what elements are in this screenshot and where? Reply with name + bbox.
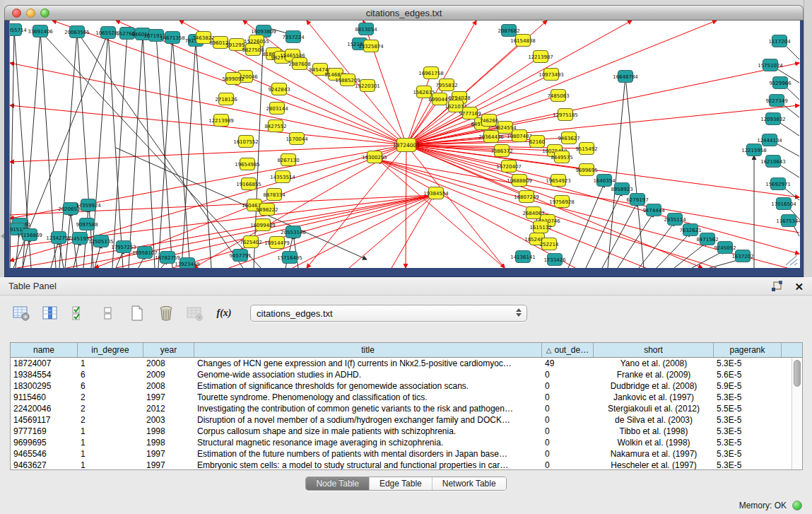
citation-edge-red[interactable]	[10, 145, 406, 162]
hub-node[interactable]: 18724007	[393, 139, 420, 152]
table-row[interactable]: 911546021997Tourette syndrome. Phenomeno…	[11, 392, 792, 403]
column-header-year[interactable]: year	[143, 343, 194, 357]
citation-edge-black[interactable]	[129, 34, 143, 268]
graph-node[interactable]: 17016504	[771, 198, 796, 210]
table-chooser-select[interactable]: citations_edges.txt	[250, 305, 527, 322]
float-panel-icon[interactable]	[771, 281, 783, 292]
graph-node[interactable]: 2935114	[664, 214, 686, 226]
network-canvas[interactable]: 1805571433691406200635651065528715276026…	[10, 21, 800, 268]
graph-node[interactable]: 252214	[540, 238, 559, 250]
graph-node[interactable]: 8813054	[355, 23, 377, 35]
rows-button[interactable]	[98, 304, 118, 322]
table-row[interactable]: 1456911722003Disruption of a novel membe…	[11, 414, 792, 426]
graph-node[interactable]: 19654985	[235, 158, 260, 170]
graph-node[interactable]: 12093832	[760, 113, 786, 125]
graph-node[interactable]: 7955812	[435, 79, 457, 91]
graph-node[interactable]: 62160	[529, 136, 545, 148]
graph-node[interactable]: 33691406	[28, 25, 53, 37]
tab-network-table[interactable]: Network Table	[433, 477, 506, 490]
graph-node[interactable]: 18055714	[10, 24, 27, 36]
graph-node[interactable]: 8958923	[611, 183, 632, 195]
graph-node[interactable]: 12444134	[757, 134, 782, 146]
graph-node[interactable]: 1117204	[768, 35, 791, 47]
table-row[interactable]: 946554611997Estimation of the future num…	[11, 448, 792, 460]
column-check-button[interactable]	[69, 304, 89, 322]
window-titlebar[interactable]: citations_edges.txt	[4, 5, 804, 21]
citation-edge-black[interactable]	[143, 34, 155, 268]
graph-node[interactable]: 16961758	[418, 67, 444, 79]
graph-node[interactable]: 9515492	[575, 143, 597, 155]
citation-edge-black[interactable]	[172, 37, 190, 268]
graph-node[interactable]: 15751074	[758, 59, 783, 71]
tab-edge-table[interactable]: Edge Table	[370, 477, 433, 490]
graph-node[interactable]: 16099489	[250, 219, 276, 231]
citation-edge-red[interactable]	[194, 145, 406, 268]
graph-node[interactable]: 20063565	[64, 26, 90, 38]
graph-node[interactable]: 9474444	[642, 204, 665, 216]
table-mode-button[interactable]	[11, 304, 31, 322]
citation-edge-black[interactable]	[674, 242, 707, 268]
table-row[interactable]: 1938455462009Genome-wide association stu…	[11, 369, 792, 380]
graph-node[interactable]: 16648784	[613, 71, 638, 83]
graph-node[interactable]: 1733426	[543, 254, 566, 266]
graph-node[interactable]: 9699695	[575, 164, 597, 176]
graph-node[interactable]: 9242843	[268, 83, 290, 95]
new-column-button[interactable]	[127, 304, 147, 322]
citation-edge-black[interactable]	[51, 240, 59, 268]
graph-node[interactable]: 1637202	[731, 250, 753, 262]
graph-node[interactable]: 9227349	[765, 95, 787, 107]
citation-edge-red[interactable]	[406, 145, 406, 268]
table-row[interactable]: 1872400712008Changes of HCN gene express…	[11, 358, 792, 369]
citation-edge-black[interactable]	[618, 213, 654, 268]
column-header-name[interactable]: name	[11, 343, 78, 357]
graph-node[interactable]: 10688809	[507, 175, 532, 187]
graph-node[interactable]: 8878334	[263, 189, 286, 201]
citation-edge-black[interactable]	[156, 35, 172, 268]
show-columns-button[interactable]	[40, 304, 60, 322]
citation-edge-black[interactable]	[586, 192, 622, 268]
graph-node[interactable]: 1640354	[593, 175, 616, 187]
citation-edge-black[interactable]	[625, 76, 644, 268]
graph-node[interactable]: 16210643	[760, 156, 786, 168]
graph-node[interactable]: 12213989	[208, 115, 234, 127]
citation-edge-black[interactable]	[254, 31, 264, 268]
table-row[interactable]: 946362711997Embryonic stem cells: a mode…	[11, 460, 792, 469]
citation-edge-black[interactable]	[602, 202, 637, 268]
graph-node[interactable]: 15716485	[277, 252, 302, 264]
graph-node[interactable]: 15692971	[765, 178, 791, 190]
graph-node[interactable]: 7625402	[240, 236, 261, 248]
graph-node[interactable]: 9463627	[558, 132, 579, 144]
graph-node[interactable]: 2718126	[215, 93, 237, 105]
graph-node[interactable]: 15720407	[496, 160, 522, 173]
graph-node[interactable]: 20553146	[281, 226, 306, 238]
table-row[interactable]: 1830029562008Estimation of significance …	[11, 380, 792, 392]
column-header-out_de[interactable]: △out_de…	[542, 343, 594, 357]
scrollbar-thumb[interactable]	[794, 360, 801, 387]
graph-node[interactable]: 12215958	[741, 144, 767, 156]
graph-node[interactable]: 8267130	[277, 154, 299, 166]
graph-node[interactable]: 7357224	[282, 31, 305, 43]
graph-node[interactable]: 14136141	[510, 251, 536, 263]
graph-node[interactable]: 1170044	[286, 133, 308, 145]
graph-node[interactable]: 16914479	[264, 237, 290, 249]
citation-edge-red[interactable]	[406, 145, 799, 254]
function-builder-button[interactable]: f(x)	[214, 304, 234, 322]
graph-node[interactable]: 12975185	[553, 109, 578, 121]
graph-node[interactable]: 12213987	[528, 51, 553, 63]
graph-node[interactable]: 8427552	[264, 120, 286, 132]
tab-node-table[interactable]: Node Table	[306, 477, 370, 490]
close-panel-icon[interactable]: ✕	[794, 281, 804, 292]
graph-node[interactable]: 8471562	[696, 233, 718, 245]
citation-edge-red[interactable]	[378, 160, 575, 268]
graph-node[interactable]: 2803144	[266, 103, 288, 115]
column-header-pagerank[interactable]: pagerank	[714, 343, 782, 357]
table-row[interactable]: 977716911998Corpus callosum shape and si…	[11, 426, 792, 437]
graph-node[interactable]: 14353514	[270, 171, 295, 183]
graph-node[interactable]: 9329966	[769, 77, 792, 89]
column-header-short[interactable]: short	[594, 343, 714, 357]
delete-table-button[interactable]	[185, 304, 205, 322]
table-row[interactable]: 2242004622012Investigating the contribut…	[11, 403, 792, 414]
column-header-in_degree[interactable]: in_degree	[78, 343, 143, 357]
vertical-scrollbar[interactable]	[792, 358, 802, 469]
graph-node[interactable]: 9245052	[714, 242, 736, 254]
